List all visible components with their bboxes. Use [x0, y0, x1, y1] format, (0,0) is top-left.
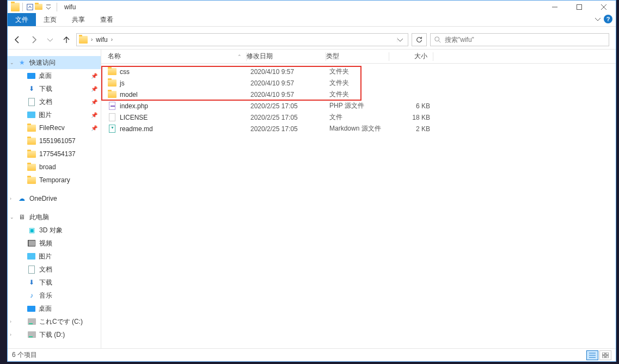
cloud-icon: ☁ — [17, 194, 26, 203]
sidebar-item-documents[interactable]: 文档 — [8, 263, 101, 276]
up-button[interactable] — [60, 33, 73, 46]
video-icon — [27, 239, 36, 248]
sidebar-item-videos[interactable]: 视频 — [8, 237, 101, 250]
column-name[interactable]: 名称⌃ — [106, 52, 246, 61]
file-rows: css2020/4/10 9:57文件夹js2020/4/10 9:57文件夹m… — [101, 64, 616, 134]
tab-view[interactable]: 查看 — [93, 13, 121, 26]
chevron-right-icon[interactable]: › — [90, 36, 94, 42]
sidebar-item-desktop[interactable]: 桌面 — [8, 302, 101, 315]
file-row[interactable]: model2020/4/10 9:57文件夹 — [101, 89, 616, 100]
sidebar-item-3dobjects[interactable]: ▣3D 对象 — [8, 224, 101, 237]
address-history-dropdown[interactable] — [397, 37, 408, 42]
qat-newfolder-icon[interactable] — [34, 3, 43, 11]
sidebar-item-label: 此电脑 — [29, 213, 49, 222]
pc-icon: 🖥 — [17, 213, 26, 221]
chevron-down-icon[interactable]: ⌄ — [10, 214, 14, 220]
minimize-button[interactable] — [542, 1, 567, 13]
sidebar-item-label: Temporary — [39, 176, 70, 184]
sidebar-item-cdisk[interactable]: ›これCです (C:) — [8, 315, 101, 328]
sidebar-item-ddisk[interactable]: ›下载 (D:) — [8, 328, 101, 341]
file-row[interactable]: css2020/4/10 9:57文件夹 — [101, 66, 616, 77]
sidebar-item-onedrive[interactable]: ›☁OneDrive — [8, 192, 101, 205]
sidebar-item-downloads[interactable]: ⬇下载📌 — [8, 82, 101, 95]
tab-share[interactable]: 共享 — [64, 13, 93, 26]
view-details-button[interactable] — [586, 350, 598, 360]
sidebar-item-thispc[interactable]: ⌄🖥此电脑 — [8, 211, 101, 224]
file-row[interactable]: index.php2020/2/25 17:05PHP 源文件6 KB — [101, 100, 616, 112]
search-icon — [434, 36, 442, 44]
search-box[interactable] — [430, 33, 609, 46]
help-icon[interactable]: ? — [604, 15, 612, 23]
refresh-button[interactable] — [412, 33, 427, 46]
sidebar-item-desktop[interactable]: 桌面📌 — [8, 69, 101, 82]
sidebar-item-filerecv[interactable]: FileRecv📌 — [8, 121, 101, 134]
sidebar-item-label: 文档 — [39, 97, 52, 107]
view-icons-button[interactable] — [599, 350, 611, 360]
sidebar-item-folder[interactable]: broad — [8, 161, 101, 174]
maximize-button[interactable] — [567, 1, 591, 13]
file-size: 2 KB — [392, 125, 436, 133]
chevron-right-icon[interactable]: › — [110, 36, 114, 42]
download-icon: ⬇ — [27, 84, 36, 93]
breadcrumb-folder[interactable]: wifu — [94, 36, 109, 44]
sidebar-item-label: 图片 — [39, 252, 52, 261]
file-list: 名称⌃ 修改日期 类型 大小 css2020/4/10 9:57文件夹js202… — [101, 50, 616, 348]
forward-button[interactable] — [27, 33, 40, 46]
tab-home[interactable]: 主页 — [36, 13, 64, 26]
folder-icon — [27, 151, 36, 158]
qat-customize-icon[interactable] — [45, 3, 52, 11]
title-separator — [57, 3, 57, 11]
ribbon-expand-icon[interactable] — [595, 16, 600, 22]
column-type[interactable]: 类型 — [326, 52, 389, 61]
chevron-right-icon[interactable]: › — [10, 332, 11, 337]
search-input[interactable] — [445, 36, 605, 44]
star-icon: ★ — [17, 58, 26, 67]
column-size[interactable]: 大小 — [389, 52, 433, 61]
sidebar-item-label: これCです (C:) — [39, 317, 83, 326]
file-type: 文件夹 — [329, 67, 392, 76]
sidebar-item-pictures[interactable]: 图片📌 — [8, 108, 101, 121]
sidebar-item-folder[interactable]: 1551961057 — [8, 134, 101, 147]
chevron-down-icon[interactable]: ⌄ — [10, 60, 14, 65]
file-type: PHP 源文件 — [329, 101, 392, 110]
sidebar-item-quick-access[interactable]: ⌄ ★ 快速访问 — [8, 56, 101, 69]
file-name: index.php — [120, 102, 250, 110]
sidebar-item-label: 视频 — [39, 239, 52, 248]
sidebar-item-music[interactable]: ♪音乐 — [8, 289, 101, 302]
sidebar-item-folder[interactable]: Temporary — [8, 174, 101, 187]
desktop-icon — [27, 73, 35, 79]
file-row[interactable]: LICENSE2020/2/25 17:05文件18 KB — [101, 112, 616, 123]
window-title: wifu — [64, 3, 76, 11]
sidebar-item-folder[interactable]: 1775454137 — [8, 147, 101, 161]
file-row[interactable]: readme.md2020/2/25 17:05Markdown 源文件2 KB — [101, 123, 616, 134]
back-button[interactable] — [11, 33, 24, 46]
svg-point-2 — [435, 36, 439, 41]
close-button[interactable] — [591, 1, 616, 13]
sidebar-item-pictures[interactable]: 图片 — [8, 250, 101, 263]
pin-icon: 📌 — [91, 73, 97, 79]
file-name: readme.md — [120, 125, 250, 133]
sidebar-item-label: 桌面 — [39, 71, 52, 81]
file-row[interactable]: js2020/4/10 9:57文件夹 — [101, 77, 616, 89]
file-type: 文件夹 — [329, 90, 392, 99]
recent-locations-button[interactable] — [44, 33, 57, 46]
file-icon — [108, 113, 117, 122]
qat-properties-icon[interactable] — [26, 3, 34, 11]
sidebar-item-documents[interactable]: 文档📌 — [8, 95, 101, 108]
folder-icon — [108, 90, 117, 99]
column-date[interactable]: 修改日期 — [247, 52, 326, 61]
file-type: 文件夹 — [329, 78, 392, 88]
navbar: › wifu › — [8, 30, 616, 50]
sidebar-item-label: 下载 — [39, 84, 52, 94]
chevron-right-icon[interactable]: › — [10, 319, 11, 324]
item-count: 6 个项目 — [12, 350, 37, 360]
picture-icon — [27, 112, 35, 118]
file-size: 6 KB — [392, 102, 436, 110]
pin-icon: 📌 — [91, 125, 97, 131]
svg-rect-0 — [27, 4, 33, 10]
music-icon: ♪ — [27, 291, 36, 300]
sidebar-item-downloads[interactable]: ⬇下载 — [8, 276, 101, 289]
address-bar[interactable]: › wifu › — [76, 33, 408, 46]
tab-file[interactable]: 文件 — [8, 13, 36, 26]
chevron-right-icon[interactable]: › — [10, 196, 11, 201]
